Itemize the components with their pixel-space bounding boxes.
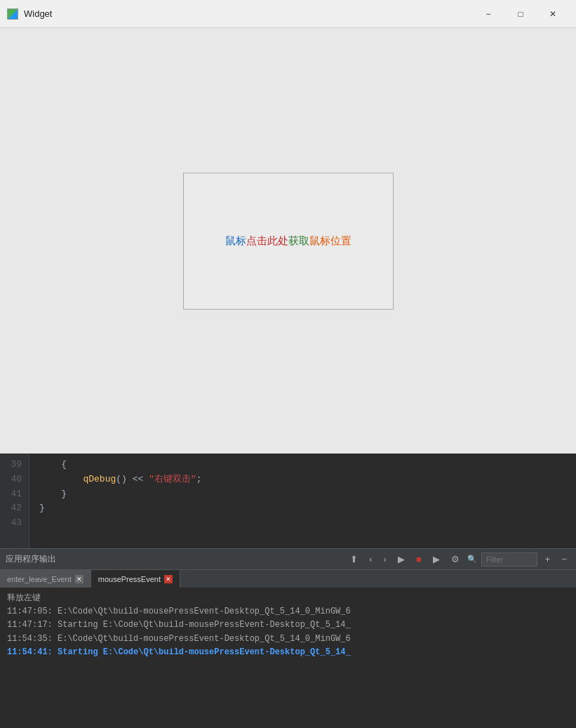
panel-title: 应用程序输出: [6, 553, 342, 565]
tab-label-enter-leave: enter_leave_Event: [7, 575, 72, 583]
toolbar-back-btn[interactable]: ‹: [366, 552, 375, 566]
close-button[interactable]: ✕: [537, 4, 569, 25]
code-editor: 39 40 41 42 43 { qDebug() << "右键双击"; } }: [0, 454, 576, 548]
widget-text-part2: 点击此处: [246, 234, 288, 248]
output-line-6: 11:54:35: E:\Code\Qt\build-mousePressEve…: [7, 633, 569, 646]
tab-mouse-press-event[interactable]: mousePressEvent ✕: [91, 570, 180, 588]
widget-area: 鼠标点击此处获取鼠标位置: [0, 28, 576, 454]
tab-close-mouse-press[interactable]: ✕: [164, 575, 173, 583]
widget-text-part3: 获取: [288, 234, 309, 248]
toolbar-debug-btn[interactable]: ▶: [429, 552, 443, 566]
line-num: 41: [7, 487, 22, 502]
window-controls: − □ ✕: [472, 4, 569, 25]
output-line-8: 11:54:41: Starting E:\Code\Qt\build-mous…: [7, 646, 569, 659]
maximize-button[interactable]: □: [504, 4, 537, 25]
line-num: 39: [7, 458, 22, 472]
mouse-position-widget[interactable]: 鼠标点击此处获取鼠标位置: [183, 173, 394, 310]
code-line-42: }: [39, 501, 566, 516]
line-num: 43: [7, 516, 22, 531]
toolbar-play-btn[interactable]: ▶: [394, 552, 408, 566]
filter-icon: 🔍: [467, 555, 477, 564]
code-line-40: qDebug() << "右键双击";: [39, 472, 566, 487]
window-title: Widget: [24, 8, 472, 19]
add-panel-btn[interactable]: +: [542, 552, 554, 566]
output-line-5: 11:47:17: Starting E:\Code\Qt\build-mous…: [7, 618, 569, 632]
code-line-41: }: [39, 487, 566, 502]
output-line-3: 11:47:05: E:\Code\Qt\build-mousePressEve…: [7, 605, 569, 618]
line-num: 42: [7, 501, 22, 516]
toolbar-upload-btn[interactable]: ⬆: [347, 552, 361, 566]
line-num: 40: [7, 472, 22, 487]
tab-label-mouse-press: mousePressEvent: [98, 575, 161, 583]
toolbar-forward-btn[interactable]: ›: [380, 552, 390, 566]
filter-input[interactable]: [481, 552, 537, 567]
output-content: 释放左键 11:47:05: E:\Code\Qt\build-mousePre…: [0, 588, 576, 728]
widget-text-part4: 鼠标位置: [309, 234, 351, 248]
code-content: { qDebug() << "右键双击"; } }: [29, 454, 576, 548]
title-bar: Widget − □ ✕: [0, 0, 576, 28]
line-numbers: 39 40 41 42 43: [0, 454, 29, 548]
tab-enter-leave-event[interactable]: enter_leave_Event ✕: [0, 570, 91, 588]
panel-toolbar: 应用程序输出 ⬆ ‹ › ▶ ■ ▶ ⚙ 🔍 + −: [0, 548, 576, 569]
code-line-39: {: [39, 458, 566, 472]
widget-label: 鼠标点击此处获取鼠标位置: [225, 234, 351, 248]
toolbar-stop-btn[interactable]: ■: [413, 552, 425, 566]
output-line-1: 释放左键: [7, 592, 569, 605]
widget-text-part1: 鼠标: [225, 234, 246, 248]
minimize-button[interactable]: −: [472, 4, 504, 25]
bottom-panel: 应用程序输出 ⬆ ‹ › ▶ ■ ▶ ⚙ 🔍 + − enter_leave_E…: [0, 548, 576, 728]
remove-panel-btn[interactable]: −: [558, 552, 570, 566]
toolbar-settings-btn[interactable]: ⚙: [448, 552, 463, 566]
tabs-bar: enter_leave_Event ✕ mousePressEvent ✕: [0, 569, 576, 588]
app-icon: [7, 8, 18, 20]
tab-close-enter-leave[interactable]: ✕: [75, 575, 83, 583]
